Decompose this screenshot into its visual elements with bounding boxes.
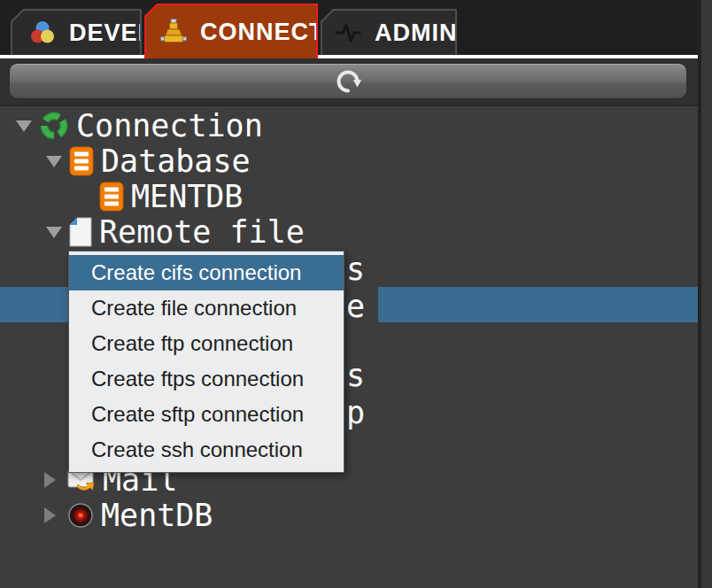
menu-item-create-ssh[interactable]: Create ssh connection bbox=[69, 432, 344, 468]
hidden-row-sftp-suffix[interactable]: p bbox=[346, 395, 365, 430]
mentdb-led-icon bbox=[67, 502, 94, 529]
expander-down-icon[interactable] bbox=[46, 227, 62, 238]
expander-right-icon[interactable] bbox=[44, 507, 56, 523]
hidden-row-cifs-suffix[interactable]: s bbox=[346, 251, 365, 287]
tree-item-connection[interactable]: Connection bbox=[16, 108, 263, 143]
pipe-connector-icon bbox=[159, 18, 188, 46]
context-menu: Create cifs connection Create file conne… bbox=[68, 251, 344, 473]
tree-item-mentdb-server[interactable]: MentDB bbox=[44, 498, 213, 533]
menu-item-create-file[interactable]: Create file connection bbox=[69, 290, 344, 326]
database-icon bbox=[69, 146, 94, 176]
tab-connect-label: CONNECT bbox=[200, 19, 325, 46]
expander-down-icon[interactable] bbox=[16, 120, 32, 132]
tree-item-label: Database bbox=[101, 143, 251, 179]
tree-item-label: Connection bbox=[76, 108, 263, 143]
expander-down-icon[interactable] bbox=[46, 156, 62, 167]
tree-item-database[interactable]: Database bbox=[46, 143, 251, 179]
refresh-icon bbox=[334, 67, 362, 96]
expander-right-icon[interactable] bbox=[44, 472, 56, 488]
menu-item-create-cifs[interactable]: Create cifs connection bbox=[69, 255, 344, 290]
connection-ring-icon bbox=[39, 111, 69, 141]
hidden-row-file-suffix[interactable]: e bbox=[346, 289, 365, 324]
menu-item-create-ftps[interactable]: Create ftps connection bbox=[69, 361, 344, 397]
tree-item-label: Remote file bbox=[99, 214, 305, 250]
tab-underline bbox=[0, 55, 698, 58]
selected-row-highlight-right bbox=[378, 287, 704, 322]
tab-admin-label: ADMIN bbox=[375, 19, 458, 47]
hidden-row-ftps-suffix[interactable]: s bbox=[346, 358, 365, 393]
app-window: DEVEL CONNECT bbox=[0, 0, 712, 588]
menu-item-create-sftp[interactable]: Create sftp connection bbox=[69, 397, 344, 432]
menu-item-create-ftp[interactable]: Create ftp connection bbox=[69, 326, 344, 361]
tree-item-label: MentDB bbox=[101, 498, 213, 533]
right-panel-edge bbox=[701, 0, 712, 588]
tree-item-label: MENTDB bbox=[131, 179, 243, 214]
refresh-button[interactable] bbox=[9, 63, 687, 99]
file-icon bbox=[69, 217, 92, 247]
tree-item-mentdb-database[interactable]: MENTDB bbox=[99, 179, 243, 214]
tab-devel[interactable]: DEVEL bbox=[11, 9, 142, 55]
database-icon bbox=[99, 182, 124, 212]
toolbar bbox=[0, 58, 698, 106]
tab-admin[interactable]: ADMIN bbox=[321, 9, 457, 55]
tree-item-remote-file[interactable]: Remote file bbox=[46, 214, 305, 250]
tab-bar: DEVEL CONNECT bbox=[0, 0, 712, 58]
pulse-icon bbox=[334, 19, 362, 47]
tab-connect[interactable]: CONNECT bbox=[144, 4, 318, 58]
palette-circles-icon bbox=[28, 19, 57, 47]
